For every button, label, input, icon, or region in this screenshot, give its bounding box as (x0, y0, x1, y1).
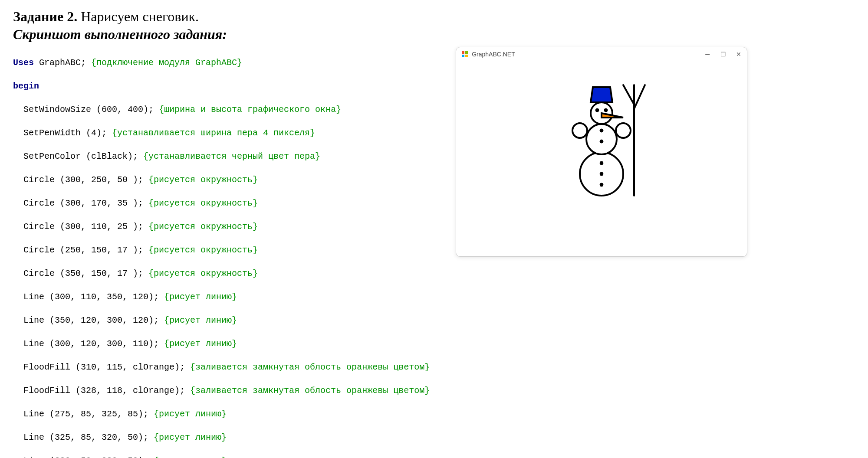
code-text: Circle (300, 170, 35 ); (23, 198, 148, 208)
svg-rect-1 (465, 51, 468, 54)
svg-rect-0 (462, 51, 464, 54)
code-comment: {рисуется окружность} (148, 198, 258, 208)
output-window: GraphABC.NET ─ ☐ ✕ (456, 47, 747, 257)
code-text: Circle (300, 250, 50 ); (23, 175, 148, 185)
code-text: SetWindowSize (600, 400); (23, 105, 159, 114)
canvas-area (456, 61, 747, 256)
code-text: GraphABC; (34, 58, 91, 68)
code-comment: {рисуется окружность} (148, 222, 258, 232)
code-text: SetPenColor (clBlack); (23, 151, 143, 161)
code-text: SetPenWidth (4); (23, 128, 112, 138)
minimize-icon[interactable]: ─ (704, 51, 710, 58)
svg-point-14 (600, 183, 603, 186)
heading-bold: Задание 2. (13, 9, 77, 24)
heading-rest: Нарисуем снеговик. (77, 9, 199, 24)
svg-marker-10 (591, 87, 612, 102)
svg-point-15 (600, 172, 603, 176)
content-row: Uses GraphABC; {подключение модуля Graph… (13, 45, 855, 458)
code-comment: {заливается замкнутая облость оранжевы ц… (190, 362, 430, 372)
svg-point-20 (595, 108, 599, 112)
maximize-icon[interactable]: ☐ (720, 51, 726, 58)
code-comment: {рисует линию} (164, 292, 237, 302)
code-text: Line (350, 120, 300, 120); (23, 315, 164, 325)
code-text: Line (300, 110, 350, 120); (23, 292, 164, 302)
code-comment: {рисует линию} (154, 409, 227, 419)
code-comment: {рисует линию} (164, 339, 237, 349)
task-heading: Задание 2. Нарисуем снеговик. (13, 9, 855, 25)
close-icon[interactable]: ✕ (736, 51, 742, 58)
code-text: Circle (350, 150, 17 ); (23, 268, 148, 278)
svg-line-12 (634, 85, 645, 109)
svg-point-19 (604, 108, 608, 112)
svg-point-8 (616, 123, 631, 138)
code-comment: {рисует линию} (154, 456, 227, 458)
task-subheading: Скриншот выполненного задания: (13, 26, 855, 43)
code-comment: {рисует линию} (164, 315, 237, 325)
code-comment: {заливается замкнутая облость оранжевы ц… (190, 386, 430, 396)
snowman-drawing (471, 65, 732, 239)
code-text: Line (300, 120, 300, 110); (23, 339, 164, 349)
svg-point-7 (572, 123, 587, 138)
code-text: Circle (250, 150, 17 ); (23, 245, 148, 255)
code-comment: {подключение модуля GraphABC} (91, 58, 242, 68)
svg-rect-3 (465, 55, 468, 57)
window-title: GraphABC.NET (472, 51, 704, 58)
svg-line-13 (623, 85, 634, 105)
svg-point-18 (600, 129, 603, 132)
code-text: Line (320, 50, 280, 50); (23, 456, 154, 458)
window-controls: ─ ☐ ✕ (704, 51, 742, 58)
code-comment: {рисует линию} (154, 432, 227, 442)
code-comment: {устанавливается ширина пера 4 пикселя} (112, 128, 315, 138)
code-text: Line (275, 85, 325, 85); (23, 409, 154, 419)
code-text: FloodFill (310, 115, clOrange); (23, 362, 190, 372)
window-titlebar: GraphABC.NET ─ ☐ ✕ (456, 47, 747, 61)
code-text: FloodFill (328, 118, clOrange); (23, 386, 190, 396)
code-kw: begin (13, 81, 39, 91)
code-comment: {рисуется окружность} (148, 245, 258, 255)
svg-point-17 (600, 140, 603, 143)
code-comment: {устанавливается черный цвет пера} (143, 151, 320, 161)
app-icon (461, 51, 468, 58)
code-text: Line (325, 85, 320, 50); (23, 432, 154, 442)
code-comment: {рисуется окружность} (148, 175, 258, 185)
code-comment: {рисуется окружность} (148, 268, 258, 278)
svg-rect-2 (462, 55, 464, 57)
code-block: Uses GraphABC; {подключение модуля Graph… (13, 45, 430, 458)
code-kw: Uses (13, 58, 34, 68)
code-text: Circle (300, 110, 25 ); (23, 222, 148, 232)
code-comment: {ширина и высота графического окна} (159, 105, 341, 114)
svg-point-16 (600, 161, 603, 165)
